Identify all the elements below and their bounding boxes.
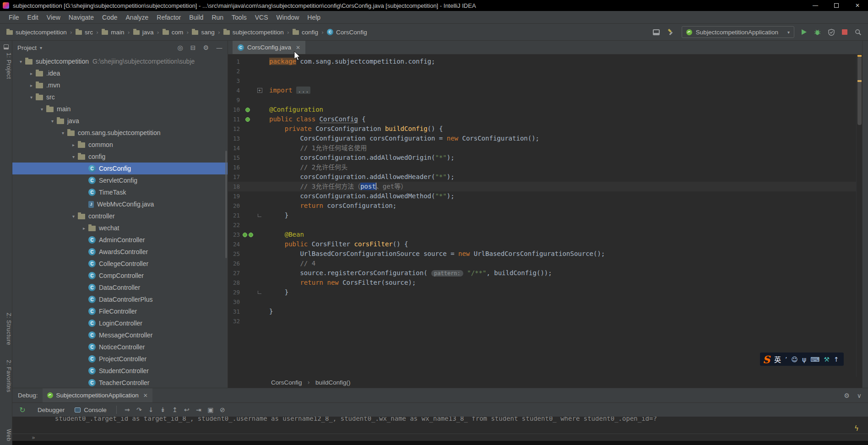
expand-arrow[interactable]: ▾	[69, 214, 78, 219]
code-line-26[interactable]: 26 // 4	[228, 259, 856, 268]
tree-item-AdminController[interactable]: CAdminController	[12, 234, 228, 246]
tree-scrollbar[interactable]	[225, 151, 227, 258]
code-line-17[interactable]: 17 corsConfiguration.addAllowedHeader("*…	[228, 172, 856, 182]
breadcrumb-item-src[interactable]: src	[76, 29, 93, 36]
tree-item-CollegeController[interactable]: CCollegeController	[12, 258, 228, 270]
console-output[interactable]: student0_.target_id as target_id_8_, stu…	[12, 417, 868, 434]
tree-item-WebMvcConfig.java[interactable]: JWebMvcConfig.java	[12, 198, 228, 210]
line-number[interactable]: 18	[228, 182, 240, 191]
menu-item-edit[interactable]: Edit	[23, 11, 43, 23]
breadcrumb-item-com[interactable]: com	[163, 29, 184, 36]
tree-item-config[interactable]: ▾config	[12, 151, 228, 163]
code-line-14[interactable]: 14 // 1允许任何域名使用	[228, 143, 856, 153]
debug-session-tab[interactable]: SubjectcompetitionApplication ✕	[43, 388, 152, 402]
hide-panel-icon[interactable]: —	[216, 44, 222, 51]
line-number[interactable]: 2	[228, 66, 240, 76]
line-number[interactable]: 29	[228, 288, 240, 297]
code-line-13[interactable]: 13 CorsConfiguration corsConfiguration =…	[228, 134, 856, 143]
tree-item-.idea[interactable]: ▸.idea	[12, 67, 228, 79]
menu-item-vcs[interactable]: VCS	[251, 11, 272, 23]
tool-stripe-favorites[interactable]: 2: Favorites	[0, 360, 12, 392]
coverage-button[interactable]	[828, 29, 835, 36]
expand-arrow[interactable]: ▾	[59, 130, 67, 136]
code-line-18[interactable]: 18 // 3允许任何方法（post、get等）	[228, 182, 856, 191]
ime-icon-4[interactable]: ⚒	[824, 356, 830, 363]
line-number[interactable]: 3	[228, 76, 240, 86]
spring-bean-icon[interactable]	[249, 233, 253, 237]
menu-item-help[interactable]: Help	[303, 11, 325, 23]
tool-window-icon[interactable]	[4, 44, 9, 49]
hide-panel-icon[interactable]: ∨	[857, 392, 862, 399]
code-line-23[interactable]: 23 @Bean	[228, 230, 856, 239]
line-number[interactable]: 22	[228, 220, 240, 230]
run-configuration-select[interactable]: SubjectcompetitionApplication ▾	[682, 26, 794, 38]
expand-arrow[interactable]: ▸	[27, 71, 36, 76]
menu-item-tools[interactable]: Tools	[228, 11, 251, 23]
line-number[interactable]: 1	[228, 57, 240, 66]
locate-icon[interactable]: ◎	[177, 44, 183, 51]
code-line-27[interactable]: 27 source.registerCorsConfiguration( pat…	[228, 268, 856, 278]
line-number[interactable]: 15	[228, 153, 240, 163]
code-line-29[interactable]: 29 }	[228, 288, 856, 297]
tree-item-subjectcompetition[interactable]: ▾subjectcompetitionG:\shejiing\subjectco…	[12, 55, 228, 67]
tool-stripe-web[interactable]: Web	[0, 429, 12, 441]
tree-item-FileController[interactable]: CFileController	[12, 305, 228, 317]
tool-stripe-project[interactable]: 1: Project	[0, 53, 12, 79]
sogou-logo-icon[interactable]: S	[763, 354, 770, 364]
tree-item-CorsConfig[interactable]: CCorsConfig	[12, 163, 228, 174]
line-number[interactable]: 16	[228, 163, 240, 172]
minimize-button[interactable]: —	[805, 0, 826, 11]
code-line-1[interactable]: 1package com.sang.subjectcompetition.con…	[228, 57, 856, 66]
line-number[interactable]: 13	[228, 134, 240, 143]
code-line-10[interactable]: 10@Configuration	[228, 105, 856, 114]
tree-item-StudentController[interactable]: CStudentController	[12, 365, 228, 377]
ime-icon-0[interactable]: ’	[785, 356, 787, 363]
spring-bean-icon[interactable]	[245, 117, 250, 122]
code-line-32[interactable]: 32	[228, 316, 856, 326]
spring-bean-icon[interactable]	[245, 108, 250, 112]
rerun-icon[interactable]: ↻	[12, 406, 33, 414]
debug-step-icon-2[interactable]: ↓	[145, 406, 157, 413]
breadcrumb-item-subjectcompetition[interactable]: subjectcompetition	[6, 29, 67, 36]
tree-item-com.sang.subjectcompetition[interactable]: ▾com.sang.subjectcompetition	[12, 127, 228, 139]
tree-item-LoginController[interactable]: CLoginController	[12, 317, 228, 329]
tree-item-NoticeController[interactable]: CNoticeController	[12, 341, 228, 353]
settings-gear-icon[interactable]: ⚙	[203, 44, 209, 51]
line-number[interactable]: 12	[228, 124, 240, 134]
expand-arrow[interactable]: ▾	[48, 119, 57, 124]
tool-stripe-structure[interactable]: Z: Structure	[0, 313, 12, 345]
expand-arrow[interactable]: ▸	[27, 83, 36, 88]
settings-gear-icon[interactable]: ⚙	[844, 392, 850, 399]
expand-arrow[interactable]: ▾	[69, 154, 78, 159]
code-line-15[interactable]: 15 corsConfiguration.addAllowedOrigin("*…	[228, 153, 856, 163]
debug-bug-button[interactable]	[814, 29, 821, 36]
breadcrumb-item-sang[interactable]: sang	[192, 29, 214, 36]
line-number[interactable]: 19	[228, 191, 240, 201]
menu-item-refactor[interactable]: Refactor	[152, 11, 185, 23]
expand-arrow[interactable]: ▾	[38, 107, 46, 112]
tree-item-TimeTask[interactable]: CTimeTask	[12, 186, 228, 198]
line-number[interactable]: 30	[228, 297, 240, 307]
line-number[interactable]: 25	[228, 249, 240, 259]
debug-step-icon-1[interactable]: ↷	[133, 406, 145, 413]
code-line-9[interactable]: 9	[228, 95, 856, 105]
code-line-3[interactable]: 3	[228, 76, 856, 86]
tree-item-java[interactable]: ▾java	[12, 115, 228, 127]
menu-item-file[interactable]: File	[5, 11, 23, 23]
lightning-icon[interactable]: ϟ	[854, 424, 859, 433]
code-line-12[interactable]: 12 private CorsConfiguration buildConfig…	[228, 124, 856, 134]
debug-step-icon-4[interactable]: ↥	[169, 406, 181, 413]
layout-icon[interactable]	[653, 29, 660, 35]
line-number[interactable]: 31	[228, 307, 240, 316]
line-number[interactable]: 28	[228, 278, 240, 288]
line-number[interactable]: 26	[228, 259, 240, 268]
tree-item-src[interactable]: ▾src	[12, 91, 228, 103]
line-number[interactable]: 10	[228, 105, 240, 114]
expand-arrow[interactable]: ▾	[27, 95, 36, 100]
tree-item-DataControllerPlus[interactable]: CDataControllerPlus	[12, 293, 228, 305]
menu-item-code[interactable]: Code	[98, 11, 121, 23]
tree-item-CompController[interactable]: CCompController	[12, 270, 228, 282]
line-number[interactable]: 11	[228, 114, 240, 124]
code-line-11[interactable]: 11public class CorsConfig {	[228, 114, 856, 124]
breadcrumb-method[interactable]: buildConfig()	[315, 379, 351, 386]
